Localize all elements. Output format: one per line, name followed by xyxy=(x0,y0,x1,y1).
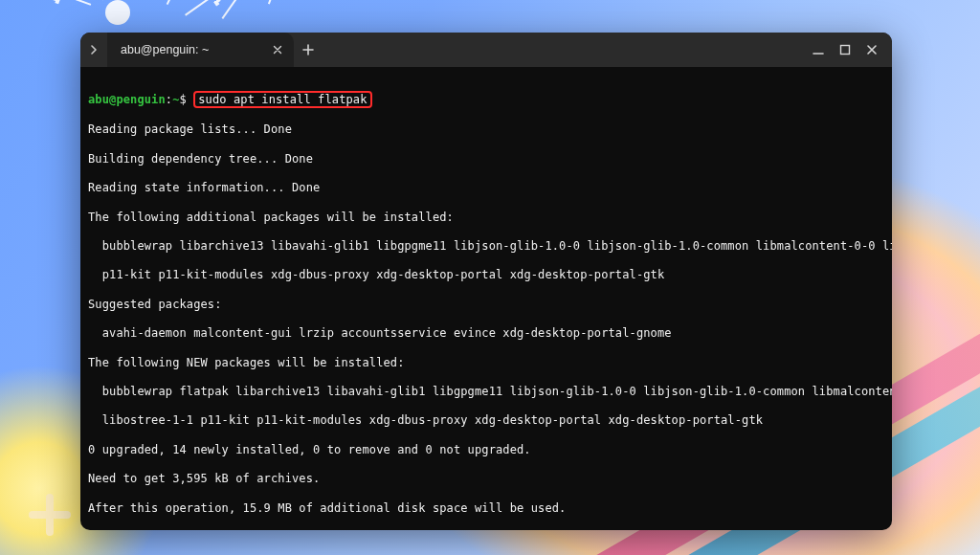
output-line: The following NEW packages will be insta… xyxy=(88,356,884,370)
output-line: Building dependency tree... Done xyxy=(88,152,884,166)
maximize-icon[interactable] xyxy=(838,43,852,56)
close-tab-icon[interactable] xyxy=(271,43,284,56)
tab-active[interactable]: abu@penguin: ~ xyxy=(107,33,294,67)
output-line: 0 upgraded, 14 newly installed, 0 to rem… xyxy=(88,443,884,457)
prompt-symbol: $ xyxy=(180,93,187,106)
window-controls xyxy=(798,33,892,67)
close-window-icon[interactable] xyxy=(865,43,879,56)
output-line: bubblewrap libarchive13 libavahi-glib1 l… xyxy=(88,239,884,254)
output-line: avahi-daemon malcontent-gui lrzip accoun… xyxy=(88,326,884,341)
prompt-line: abu@penguin:~$ sudo apt install flatpak xyxy=(88,91,884,108)
minimize-icon[interactable] xyxy=(812,43,825,56)
terminal-window: abu@penguin: ~ abu@pen xyxy=(80,33,892,530)
wallpaper-plus-mark xyxy=(29,494,71,536)
output-line: Need to get 3,595 kB of archives. xyxy=(88,472,884,486)
tab-title: abu@penguin: ~ xyxy=(121,43,263,56)
output-line: p11-kit p11-kit-modules xdg-dbus-proxy x… xyxy=(88,268,884,282)
output-line: After this operation, 15.9 MB of additio… xyxy=(88,501,884,516)
new-tab-button[interactable] xyxy=(294,33,323,67)
prompt-path: ~ xyxy=(172,93,179,106)
terminal-viewport[interactable]: abu@penguin:~$ sudo apt install flatpak … xyxy=(80,67,892,530)
output-line: Reading state information... Done xyxy=(88,181,884,195)
desktop-wallpaper: abu@penguin: ~ abu@pen xyxy=(0,0,980,555)
output-line: Reading package lists... Done xyxy=(88,122,884,137)
output-line: Suggested packages: xyxy=(88,298,884,312)
output-line: The following additional packages will b… xyxy=(88,211,884,225)
svg-rect-0 xyxy=(841,46,850,55)
output-line: bubblewrap flatpak libarchive13 libavahi… xyxy=(88,385,884,399)
chevron-right-icon[interactable] xyxy=(80,33,107,67)
output-line: libostree-1-1 p11-kit p11-kit-modules xd… xyxy=(88,413,884,428)
titlebar-spacer[interactable] xyxy=(323,33,798,67)
prompt-user-host: abu@penguin xyxy=(88,93,166,106)
highlighted-command: sudo apt install flatpak xyxy=(193,91,371,108)
titlebar: abu@penguin: ~ xyxy=(80,33,892,67)
